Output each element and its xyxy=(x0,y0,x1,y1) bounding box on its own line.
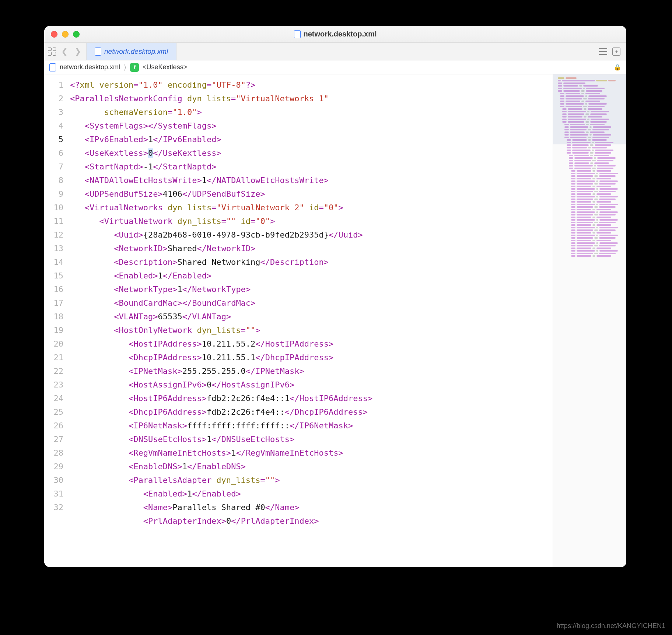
titlebar: network.desktop.xml xyxy=(44,26,626,43)
maximize-button[interactable] xyxy=(73,31,80,38)
file-icon xyxy=(95,48,101,56)
navigator-grid-icon[interactable] xyxy=(48,48,56,56)
toolbar: ❮ ❯ network.desktop.xml ＋ xyxy=(44,43,626,60)
window-title-text: network.desktop.xml xyxy=(304,30,377,38)
tab-label: network.desktop.xml xyxy=(104,48,168,56)
minimap[interactable] xyxy=(553,74,626,567)
lock-icon: 🔒 xyxy=(614,64,621,71)
add-editor-icon[interactable]: ＋ xyxy=(612,48,620,56)
line-gutter: 1234567891011121314151617181920212223242… xyxy=(44,74,67,567)
nav-forward-button[interactable]: ❯ xyxy=(73,47,83,56)
code-area[interactable]: <?xml version="1.0" encoding="UTF-8"?><P… xyxy=(67,74,553,567)
breadcrumb-file[interactable]: network.desktop.xml xyxy=(60,63,120,71)
file-icon xyxy=(294,30,301,38)
document-outline-icon[interactable] xyxy=(599,48,607,55)
window-title: network.desktop.xml xyxy=(44,30,626,38)
tab-active[interactable]: network.desktop.xml xyxy=(87,43,176,60)
file-icon xyxy=(49,63,56,71)
nav-back-button[interactable]: ❮ xyxy=(60,47,69,56)
watermark-text: https://blog.csdn.net/KANGYICHEN1 xyxy=(557,622,665,630)
editor-body: 1234567891011121314151617181920212223242… xyxy=(44,74,626,567)
window-controls xyxy=(44,31,80,38)
minimap-viewport[interactable] xyxy=(553,74,626,144)
function-badge-icon: f xyxy=(130,63,139,72)
close-button[interactable] xyxy=(51,31,57,38)
editor-window: network.desktop.xml ❮ ❯ network.desktop.… xyxy=(44,26,626,567)
chevron-right-icon: ⟩ xyxy=(124,63,126,71)
minimize-button[interactable] xyxy=(62,31,69,38)
breadcrumb-symbol[interactable]: <UseKextless> xyxy=(143,63,187,71)
breadcrumb: network.desktop.xml ⟩ f <UseKextless> 🔒 xyxy=(44,60,626,74)
